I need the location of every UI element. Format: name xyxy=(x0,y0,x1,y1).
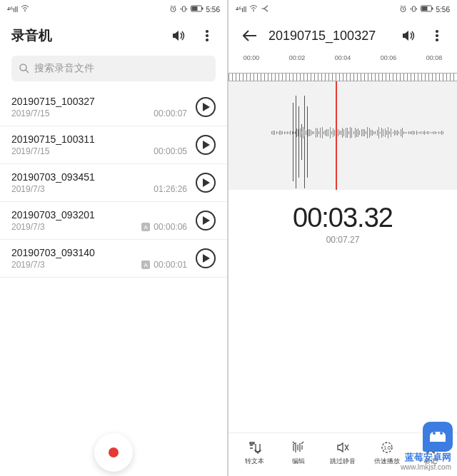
wifi-icon xyxy=(249,5,258,14)
recording-date: 2019/7/15 xyxy=(11,146,49,156)
recording-list: 20190715_100327 2019/7/1500:00:07 201907… xyxy=(0,88,227,476)
back-button[interactable] xyxy=(240,26,260,46)
recording-date: 2019/7/15 xyxy=(11,108,49,118)
list-item[interactable]: 20190703_093451 2019/7/301:26:26 xyxy=(0,164,227,202)
text-badge: A xyxy=(141,260,150,269)
list-item[interactable]: 20190703_093140 2019/7/3A00:00:01 xyxy=(0,240,227,278)
svg-rect-4 xyxy=(191,6,197,11)
play-button[interactable] xyxy=(196,97,216,117)
waveform-bars xyxy=(293,96,308,188)
watermark-text: 蓝莓安卓网 www.lmkjsf.com xyxy=(401,452,451,472)
vibrate-icon xyxy=(180,5,188,14)
alarm-icon xyxy=(169,5,177,14)
recording-date: 2019/7/3 xyxy=(11,222,45,232)
more-icon[interactable] xyxy=(427,26,447,46)
transcribe-button[interactable]: 转文本 xyxy=(233,440,277,466)
svg-rect-11 xyxy=(421,6,427,11)
clock-time: 5:56 xyxy=(436,6,450,14)
transcribe-icon xyxy=(248,440,262,455)
svg-point-0 xyxy=(24,11,26,12)
list-item[interactable]: 20190715_100311 2019/7/1500:00:05 xyxy=(0,126,227,164)
ruler xyxy=(228,73,457,81)
battery-icon xyxy=(191,5,204,14)
battery-icon xyxy=(421,5,433,14)
recording-duration: 00:00:07 xyxy=(154,108,187,118)
alarm-icon xyxy=(399,5,407,14)
recorder-list-screen: ⁴⁶ıll 5:56 录音机 搜索录音文件 20190715_100327 2 xyxy=(0,0,228,476)
search-input[interactable]: 搜索录音文件 xyxy=(11,56,216,81)
record-button[interactable] xyxy=(94,433,133,472)
recording-date: 2019/7/3 xyxy=(11,260,45,270)
app-bar: 录音机 xyxy=(0,19,227,53)
clock-time: 5:56 xyxy=(206,6,220,14)
speed-icon: 1.0 xyxy=(380,440,394,455)
recording-name: 20190703_093140 xyxy=(11,247,187,258)
speaker-icon[interactable] xyxy=(169,26,189,46)
play-button[interactable] xyxy=(196,173,216,193)
svg-text:1.0: 1.0 xyxy=(383,445,391,450)
recording-duration: 01:26:26 xyxy=(154,184,187,194)
search-icon xyxy=(19,63,30,74)
page-title: 录音机 xyxy=(11,26,160,45)
svg-rect-9 xyxy=(412,6,415,11)
skip-silence-icon xyxy=(336,440,350,455)
recording-name: 20190715_100327 xyxy=(11,96,187,107)
list-item[interactable]: 20190715_100327 2019/7/1500:00:07 xyxy=(0,88,227,126)
svg-point-6 xyxy=(20,64,26,71)
list-item[interactable]: 20190703_093201 2019/7/3A00:00:06 xyxy=(0,202,227,240)
network-icon: ⁴⁶ıll xyxy=(236,6,246,14)
playhead[interactable] xyxy=(336,81,337,190)
search-placeholder: 搜索录音文件 xyxy=(34,62,94,75)
recording-duration: 00:00:06 xyxy=(154,222,187,232)
recording-duration: 00:00:01 xyxy=(154,260,187,270)
timeline-ticks: 00:00 00:02 00:04 00:06 00:08 xyxy=(228,53,457,73)
recording-detail-screen: ⁴⁶ıll 5:56 20190715_100327 00:00 00:02 0… xyxy=(228,0,457,476)
wifi-icon xyxy=(21,5,29,14)
vibrate-icon xyxy=(410,5,418,14)
skip-silence-button[interactable]: 跳过静音 xyxy=(321,440,365,466)
svg-rect-5 xyxy=(202,8,204,10)
status-bar: ⁴⁶ıll 5:56 xyxy=(0,0,227,19)
recording-name: 20190703_093201 xyxy=(11,209,187,221)
waveform-detail xyxy=(271,126,443,139)
current-time: 00:03.32 xyxy=(228,203,457,233)
time-display: 00:03.32 00:07.27 xyxy=(228,190,457,248)
more-icon[interactable] xyxy=(197,26,217,46)
waveform[interactable] xyxy=(228,81,457,190)
speaker-icon[interactable] xyxy=(398,26,418,46)
airplane-icon xyxy=(261,5,269,14)
recording-title: 20190715_100327 xyxy=(268,29,390,44)
status-bar: ⁴⁶ıll 5:56 xyxy=(228,0,457,19)
edit-button[interactable]: 编辑 xyxy=(277,440,321,466)
recording-date: 2019/7/3 xyxy=(11,184,45,194)
svg-rect-2 xyxy=(182,6,185,11)
watermark-logo xyxy=(423,422,453,452)
svg-point-7 xyxy=(253,11,254,12)
edit-icon xyxy=(292,440,305,455)
recording-name: 20190715_100311 xyxy=(11,133,187,145)
play-button[interactable] xyxy=(196,248,216,268)
text-badge: A xyxy=(141,223,150,231)
play-button[interactable] xyxy=(196,211,216,231)
recording-name: 20190703_093451 xyxy=(11,171,187,183)
play-button[interactable] xyxy=(196,135,216,155)
recording-duration: 00:00:05 xyxy=(154,146,187,156)
network-icon: ⁴⁶ıll xyxy=(7,6,18,14)
svg-rect-12 xyxy=(432,8,433,10)
total-time: 00:07.27 xyxy=(228,235,457,245)
app-bar: 20190715_100327 xyxy=(228,19,457,53)
